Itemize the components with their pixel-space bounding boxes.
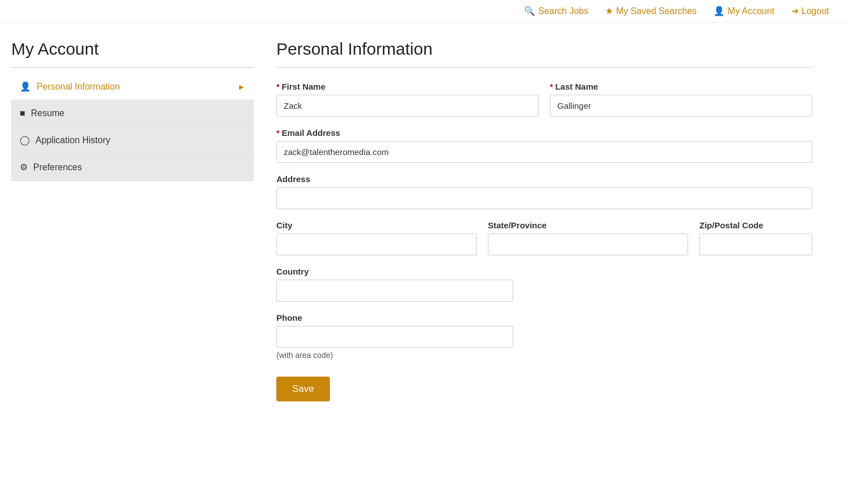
city-label: City bbox=[276, 220, 477, 230]
address-row: Address bbox=[276, 174, 812, 209]
phone-group: Phone (with area code) bbox=[276, 313, 513, 360]
star-icon: ★ bbox=[605, 6, 613, 16]
my-saved-searches-link[interactable]: ★ My Saved Searches bbox=[605, 6, 697, 16]
my-saved-searches-label: My Saved Searches bbox=[616, 6, 697, 16]
required-star-2: * bbox=[550, 82, 553, 91]
country-row: Country bbox=[276, 267, 812, 302]
my-account-label: My Account bbox=[728, 6, 774, 16]
application-history-icon: ◯ bbox=[20, 135, 30, 145]
resume-icon: ■ bbox=[20, 108, 25, 118]
city-group: City bbox=[276, 220, 477, 255]
zip-label: Zip/Postal Code bbox=[699, 220, 812, 230]
required-star: * bbox=[276, 82, 279, 91]
first-name-label: * First Name bbox=[276, 82, 539, 91]
sidebar-resume-label: Resume bbox=[31, 108, 65, 118]
phone-label: Phone bbox=[276, 313, 513, 322]
sidebar-title: My Account bbox=[11, 39, 254, 59]
search-jobs-label: Search Jobs bbox=[538, 6, 588, 16]
my-account-link[interactable]: 👤 My Account bbox=[713, 6, 774, 16]
last-name-input[interactable] bbox=[550, 95, 812, 117]
person-icon: 👤 bbox=[20, 81, 31, 92]
phone-hint: (with area code) bbox=[276, 351, 513, 360]
state-group: State/Province bbox=[488, 220, 688, 255]
sidebar-item-resume[interactable]: ■ Resume bbox=[11, 100, 254, 127]
city-input[interactable] bbox=[276, 233, 477, 255]
main-content: Personal Information * First Name * Last… bbox=[271, 39, 812, 401]
logout-link[interactable]: ➜ Logout bbox=[791, 6, 829, 16]
city-state-zip-row: City State/Province Zip/Postal Code bbox=[276, 220, 812, 255]
address-label: Address bbox=[276, 174, 812, 184]
zip-group: Zip/Postal Code bbox=[699, 220, 812, 255]
email-input[interactable] bbox=[276, 141, 812, 163]
sidebar-item-application-history[interactable]: ◯ Application History bbox=[11, 127, 254, 154]
save-button[interactable]: Save bbox=[276, 377, 330, 401]
phone-input[interactable] bbox=[276, 326, 513, 348]
sidebar: My Account 👤 Personal Information ► ■ Re… bbox=[11, 39, 271, 401]
last-name-group: * Last Name bbox=[550, 82, 812, 117]
logout-icon: ➜ bbox=[791, 6, 799, 16]
sidebar-item-personal-information[interactable]: 👤 Personal Information ► bbox=[11, 73, 254, 100]
name-row: * First Name * Last Name bbox=[276, 82, 812, 117]
zip-input[interactable] bbox=[699, 233, 812, 255]
sidebar-personal-information-label: Personal Information bbox=[37, 82, 120, 92]
sidebar-application-history-label: Application History bbox=[36, 135, 111, 145]
sidebar-divider bbox=[11, 67, 254, 68]
email-label: * Email Address bbox=[276, 128, 812, 138]
chevron-right-icon: ► bbox=[237, 82, 245, 91]
section-divider bbox=[276, 67, 812, 68]
first-name-group: * First Name bbox=[276, 82, 539, 117]
last-name-label: * Last Name bbox=[550, 82, 812, 91]
required-star-3: * bbox=[276, 129, 279, 138]
country-group: Country bbox=[276, 267, 513, 302]
top-nav: 🔍 Search Jobs ★ My Saved Searches 👤 My A… bbox=[0, 0, 846, 23]
first-name-input[interactable] bbox=[276, 95, 539, 117]
state-label: State/Province bbox=[488, 220, 688, 230]
save-row: Save bbox=[276, 371, 812, 401]
logout-label: Logout bbox=[801, 6, 829, 16]
address-group: Address bbox=[276, 174, 812, 209]
address-input[interactable] bbox=[276, 187, 812, 209]
sidebar-preferences-label: Preferences bbox=[33, 162, 82, 173]
email-group: * Email Address bbox=[276, 128, 812, 163]
search-icon: 🔍 bbox=[524, 6, 535, 16]
country-input[interactable] bbox=[276, 280, 513, 302]
country-label: Country bbox=[276, 267, 513, 276]
section-title: Personal Information bbox=[276, 39, 812, 59]
preferences-icon: ⚙ bbox=[20, 162, 28, 173]
search-jobs-link[interactable]: 🔍 Search Jobs bbox=[524, 6, 588, 16]
phone-row: Phone (with area code) bbox=[276, 313, 812, 360]
main-layout: My Account 👤 Personal Information ► ■ Re… bbox=[0, 23, 823, 418]
sidebar-item-preferences[interactable]: ⚙ Preferences bbox=[11, 154, 254, 181]
state-input[interactable] bbox=[488, 233, 688, 255]
email-row: * Email Address bbox=[276, 128, 812, 163]
user-icon: 👤 bbox=[713, 6, 725, 16]
